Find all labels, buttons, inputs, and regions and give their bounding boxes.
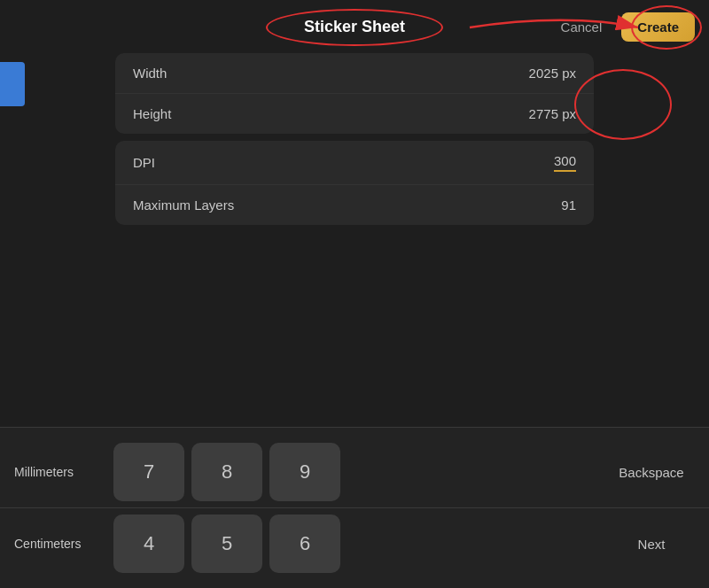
width-label: Width xyxy=(133,66,167,81)
side-accent xyxy=(0,62,25,106)
numpad-row-1: 7 8 9 xyxy=(106,443,558,501)
key-9[interactable]: 9 xyxy=(269,443,340,501)
page-title: Sticker Sheet xyxy=(304,18,405,36)
dimensions-section: Width 2025 px Height 2775 px xyxy=(115,53,594,134)
width-value: 2025 px xyxy=(529,66,576,81)
main-content: Width 2025 px Height 2775 px DPI 300 Max… xyxy=(0,53,709,225)
header-actions: Cancel Create xyxy=(552,12,695,42)
keyboard-area: Millimeters 7 8 9 Backspace Centimeters … xyxy=(0,427,709,588)
dpi-row: DPI 300 xyxy=(115,141,594,185)
millimeters-label: Millimeters xyxy=(0,437,106,507)
height-row: Height 2775 px xyxy=(115,94,594,134)
key-6[interactable]: 6 xyxy=(269,514,340,573)
key-4[interactable]: 4 xyxy=(113,514,184,573)
cancel-button[interactable]: Cancel xyxy=(552,14,612,40)
height-label: Height xyxy=(133,106,171,121)
max-layers-label: Maximum Layers xyxy=(133,197,234,213)
dpi-value: 300 xyxy=(554,153,576,172)
keyboard-row-2: Centimeters 4 5 6 Next xyxy=(0,508,709,579)
settings-section: DPI 300 Maximum Layers 91 xyxy=(115,141,594,225)
max-layers-value: 91 xyxy=(561,197,576,213)
max-layers-row: Maximum Layers 91 xyxy=(115,185,594,225)
create-button[interactable]: Create xyxy=(621,12,695,42)
next-button[interactable]: Next xyxy=(594,514,709,573)
height-value: 2775 px xyxy=(529,106,576,121)
key-5[interactable]: 5 xyxy=(191,514,262,573)
width-row: Width 2025 px xyxy=(115,53,594,94)
backspace-button[interactable]: Backspace xyxy=(594,443,709,501)
header: Sticker Sheet Cancel Create xyxy=(0,0,709,53)
centimeters-label: Centimeters xyxy=(0,508,106,579)
key-8[interactable]: 8 xyxy=(191,443,262,501)
numpad-row-2: 4 5 6 xyxy=(106,514,558,573)
keyboard-row-1: Millimeters 7 8 9 Backspace xyxy=(0,437,709,507)
dpi-label: DPI xyxy=(133,155,155,170)
key-7[interactable]: 7 xyxy=(113,443,184,501)
